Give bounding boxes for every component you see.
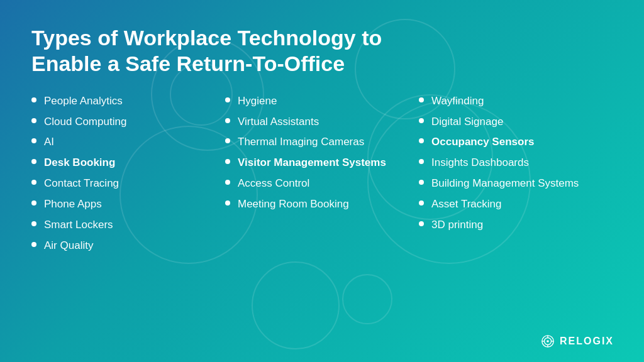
bullet-icon	[31, 97, 36, 102]
page-title: Types of Workplace Technology to Enable …	[31, 25, 409, 77]
content-columns: People AnalyticsCloud ComputingAIDesk Bo…	[31, 94, 613, 260]
list-item: AI	[31, 135, 219, 150]
list-item: Air Quality	[31, 239, 219, 253]
list-item: Smart Lockers	[31, 218, 219, 233]
deco-circle-5	[252, 261, 340, 349]
item-text: Asset Tracking	[431, 197, 502, 212]
item-text: Building Management Systems	[431, 177, 579, 191]
item-text: Digital Signage	[431, 115, 503, 129]
item-text: Meeting Room Booking	[238, 197, 349, 212]
bullet-icon	[225, 200, 230, 206]
item-text: Virtual Assistants	[238, 115, 319, 129]
item-text: Smart Lockers	[44, 218, 113, 233]
item-text: Wayfinding	[431, 94, 484, 109]
column-3: WayfindingDigital SignageOccupancy Senso…	[419, 94, 613, 260]
list-item: Cloud Computing	[31, 115, 219, 129]
list-item: Wayfinding	[419, 94, 606, 109]
item-text: Thermal Imaging Cameras	[238, 135, 364, 150]
list-item: Access Control	[225, 177, 413, 191]
list-item: Occupancy Sensors	[419, 135, 606, 150]
list-item: Virtual Assistants	[225, 115, 413, 129]
bullet-icon	[419, 221, 424, 226]
item-text: Cloud Computing	[44, 115, 126, 129]
list-item: Building Management Systems	[419, 177, 606, 191]
item-text: Visitor Management Systems	[238, 156, 386, 170]
list-item: People Analytics	[31, 94, 219, 109]
item-text: Contact Tracing	[44, 177, 119, 191]
item-text: 3D printing	[431, 218, 483, 233]
bullet-icon	[31, 118, 36, 123]
bullet-icon	[419, 180, 424, 185]
item-text: Insights Dashboards	[431, 156, 529, 170]
bullet-icon	[31, 138, 36, 143]
column-1: People AnalyticsCloud ComputingAIDesk Bo…	[31, 94, 225, 260]
list-item: Visitor Management Systems	[225, 156, 413, 170]
bullet-icon	[31, 180, 36, 185]
svg-point-2	[547, 340, 549, 343]
list-item: Desk Booking	[31, 156, 219, 170]
bullet-icon	[31, 200, 36, 206]
list-item: Contact Tracing	[31, 177, 219, 191]
bullet-icon	[225, 138, 230, 143]
item-text: Phone Apps	[44, 197, 102, 212]
bullet-icon	[31, 221, 36, 226]
item-text: AI	[44, 135, 54, 150]
logo-text: RELOGIX	[560, 336, 614, 347]
bullet-icon	[225, 159, 230, 164]
bullet-icon	[31, 242, 36, 247]
item-text: Desk Booking	[44, 156, 115, 170]
item-text: Hygiene	[238, 94, 277, 109]
title-line1: Types of Workplace Technology to	[31, 26, 382, 50]
list-item: Digital Signage	[419, 115, 606, 129]
title-line2: Enable a Safe Return-To-Office	[31, 52, 345, 75]
bullet-icon	[419, 200, 424, 206]
item-text: Access Control	[238, 177, 309, 191]
list-item: Asset Tracking	[419, 197, 606, 212]
list-item: Meeting Room Booking	[225, 197, 413, 212]
bullet-icon	[419, 138, 424, 143]
bullet-icon	[419, 159, 424, 164]
bullet-icon	[225, 118, 230, 123]
list-item: 3D printing	[419, 218, 606, 233]
item-text: Occupancy Sensors	[431, 135, 534, 150]
list-item: Insights Dashboards	[419, 156, 606, 170]
list-item: Hygiene	[225, 94, 413, 109]
deco-ci-3	[342, 274, 392, 324]
bullet-icon	[225, 180, 230, 185]
item-text: Air Quality	[44, 239, 93, 253]
list-item: Thermal Imaging Cameras	[225, 135, 413, 150]
column-2: HygieneVirtual AssistantsThermal Imaging…	[225, 94, 419, 260]
item-text: People Analytics	[44, 94, 123, 109]
bullet-icon	[31, 159, 36, 164]
bullet-icon	[225, 97, 230, 102]
list-item: Phone Apps	[31, 197, 219, 212]
bullet-icon	[419, 97, 424, 102]
relogix-logo-icon	[541, 334, 555, 348]
page-background: Types of Workplace Technology to Enable …	[0, 0, 644, 362]
bullet-icon	[419, 118, 424, 123]
logo-area: RELOGIX	[541, 334, 614, 348]
